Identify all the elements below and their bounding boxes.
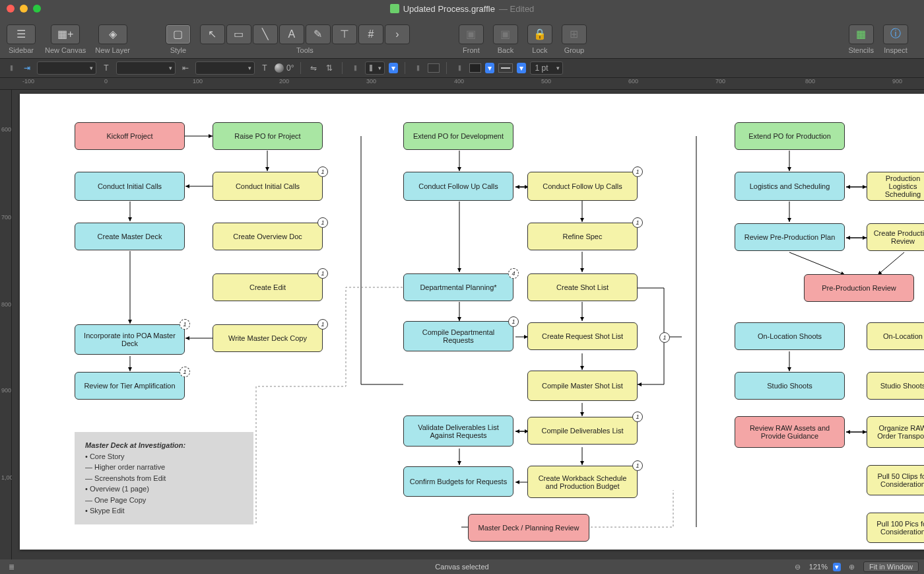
stroke-color-swatch[interactable]: [469, 63, 481, 73]
node-compile-dept-requests[interactable]: Compile Departmental Requests: [403, 321, 513, 351]
node-review-preprod-plan[interactable]: Review Pre-Production Plan: [735, 223, 845, 251]
select-tool[interactable]: ↖: [200, 24, 225, 44]
text-color-icon[interactable]: T: [259, 62, 271, 74]
node-production-logistics[interactable]: Production Logistics Scheduling: [867, 172, 924, 201]
node-create-shot-list[interactable]: Create Shot List: [527, 273, 638, 301]
node-label: Extend PO for Production: [748, 132, 831, 140]
format-bar: ⦀ ⇥ T ⇤ T 0° ⇋ ⇅ ⦀ ▾ ⦀ ⦀ ▾ ▾ 1 pt: [0, 58, 924, 78]
front-button[interactable]: ▣: [459, 24, 484, 44]
node-logistics-scheduling[interactable]: Logistics and Scheduling: [735, 172, 845, 201]
node-confirm-budgets[interactable]: Confirm Budgets for Requests: [403, 466, 513, 497]
node-workback-schedule[interactable]: Create Workback Schedule and Production …: [527, 466, 638, 498]
node-preproduction-review[interactable]: Pre-Production Review: [804, 274, 914, 302]
node-create-edit[interactable]: Create Edit: [213, 273, 323, 301]
badge-icon: 1: [659, 332, 670, 343]
leading-select[interactable]: [195, 61, 255, 75]
badge-icon: 1: [632, 412, 643, 422]
point-tool[interactable]: ⊤: [332, 24, 357, 44]
node-label: Create Production Review: [873, 229, 924, 245]
flip-v-icon[interactable]: ⇅: [323, 62, 335, 74]
node-compile-deliverables[interactable]: Compile Deliverables List: [527, 417, 638, 445]
text-style-icon[interactable]: T: [100, 62, 112, 74]
baseline-icon[interactable]: ⇤: [180, 62, 191, 74]
stroke-style-apply[interactable]: ▾: [517, 63, 526, 73]
node-create-production-review[interactable]: Create Production Review: [867, 223, 924, 251]
stencils-label: Stencils: [848, 46, 874, 54]
sidebar-button[interactable]: ☰: [7, 24, 36, 44]
node-kickoff-project[interactable]: Kickoff Project: [75, 122, 185, 150]
rotation-dial-icon[interactable]: [275, 63, 284, 73]
new-layer-label: New Layer: [95, 46, 130, 54]
stroke-style-swatch[interactable]: [498, 63, 513, 73]
node-write-master-deck-copy[interactable]: Write Master Deck Copy: [213, 324, 323, 352]
node-studio-shoots-2[interactable]: Studio Shoots: [867, 372, 924, 400]
node-create-master-deck[interactable]: Create Master Deck: [75, 223, 185, 250]
fill-enabled-icon[interactable]: ⦀: [412, 62, 424, 74]
text-tool[interactable]: A: [279, 24, 304, 44]
horizontal-ruler: -100 0 100 200 300 400 500 600 700 800 9…: [0, 78, 924, 90]
node-validate-deliverables[interactable]: Validate Deliverables List Against Reque…: [403, 415, 513, 447]
group-group: ⊞ Group: [562, 24, 587, 54]
shape-tool[interactable]: ▭: [226, 24, 251, 44]
node-review-tier-amp[interactable]: Review for Tier Amplification: [75, 372, 185, 400]
node-label: Validate Deliverables List Against Reque…: [409, 423, 508, 439]
line-tool[interactable]: ╲: [253, 24, 278, 44]
back-button[interactable]: ▣: [493, 24, 518, 44]
font-family-select[interactable]: [37, 61, 96, 75]
node-compile-master-shot-list[interactable]: Compile Master Shot List: [527, 371, 638, 401]
node-master-deck-review[interactable]: Master Deck / Planning Review: [468, 514, 589, 542]
flip-h-icon[interactable]: ⇋: [308, 62, 319, 74]
note-box[interactable]: Master Deck at Investigation: Core Story…: [75, 432, 253, 524]
node-raise-po[interactable]: Raise PO for Project: [213, 122, 323, 150]
node-departmental-planning[interactable]: Departmental Planning*: [403, 273, 513, 301]
badge-icon: 4: [508, 268, 519, 279]
canvas-paper[interactable]: Kickoff Project Raise PO for Project Con…: [20, 94, 924, 550]
new-canvas-button[interactable]: ▦+: [51, 24, 80, 44]
node-create-overview-doc[interactable]: Create Overview Doc: [213, 223, 323, 250]
node-review-raw-assets[interactable]: Review RAW Assets and Provide Guidance: [735, 416, 845, 448]
inspect-button[interactable]: ⓘ: [883, 24, 908, 44]
lock-button[interactable]: 🔒: [527, 24, 552, 44]
node-create-request-shot-list[interactable]: Create Request Shot List: [527, 322, 638, 350]
node-label: Production Logistics Scheduling: [873, 174, 924, 198]
shape-select[interactable]: [365, 61, 385, 75]
document-title: Updated Process.graffle: [403, 4, 495, 14]
stroke-enabled-icon[interactable]: ⦀: [453, 62, 465, 74]
stencils-button[interactable]: ▦: [849, 24, 874, 44]
node-on-location-shoots[interactable]: On-Location Shoots: [735, 322, 845, 350]
grid-tool[interactable]: #: [358, 24, 383, 44]
shape-apply[interactable]: ▾: [389, 63, 398, 73]
canvas-viewport[interactable]: Kickoff Project Raise PO for Project Con…: [12, 90, 924, 559]
pen-tool[interactable]: ✎: [306, 24, 331, 44]
node-conduct-followup-calls[interactable]: Conduct Follow Up Calls: [403, 172, 513, 201]
node-conduct-initial-calls[interactable]: Conduct Initial Calls: [75, 172, 185, 201]
node-conduct-initial-calls-2[interactable]: Conduct Initial Calls: [213, 172, 323, 201]
align-icon[interactable]: ⦀: [349, 62, 361, 74]
new-canvas-label: New Canvas: [45, 46, 86, 54]
node-extend-po-production[interactable]: Extend PO for Production: [735, 122, 845, 150]
node-extend-po-dev[interactable]: Extend PO for Development: [403, 122, 513, 150]
inspect-group: ⓘ Inspect: [883, 24, 908, 54]
node-conduct-followup-calls-2[interactable]: Conduct Follow Up Calls: [527, 172, 638, 201]
node-incorporate-poa[interactable]: Incorporate into POA Master Deck: [75, 324, 185, 355]
node-pull-50[interactable]: Pull 50 Clips for Consideration: [867, 465, 924, 495]
stroke-apply[interactable]: ▾: [485, 63, 494, 73]
node-pull-100[interactable]: Pull 100 Pics for Consideration: [867, 513, 924, 543]
guides-icon[interactable]: ⦀: [5, 62, 17, 74]
fill-color-swatch[interactable]: [428, 63, 440, 73]
new-layer-button[interactable]: ◈: [98, 24, 127, 44]
ruler-tick: 400: [454, 78, 464, 85]
node-refine-spec[interactable]: Refine Spec: [527, 223, 638, 250]
font-size-select[interactable]: [116, 61, 176, 75]
rotation-control[interactable]: 0°: [275, 63, 294, 73]
group-button[interactable]: ⊞: [562, 24, 587, 44]
stroke-width-select[interactable]: 1 pt: [530, 61, 563, 75]
node-label: Create Workback Schedule and Production …: [533, 474, 632, 490]
expand-tools[interactable]: ›: [385, 24, 410, 44]
node-organize-raw[interactable]: Organize RAW Order Transport: [867, 416, 924, 448]
node-studio-shoots[interactable]: Studio Shoots: [735, 372, 845, 400]
style-button[interactable]: ▢: [166, 24, 191, 44]
snap-icon[interactable]: ⇥: [21, 62, 33, 74]
node-on-location-2[interactable]: On-Location: [867, 322, 924, 350]
lock-group: 🔒 Lock: [527, 24, 552, 54]
